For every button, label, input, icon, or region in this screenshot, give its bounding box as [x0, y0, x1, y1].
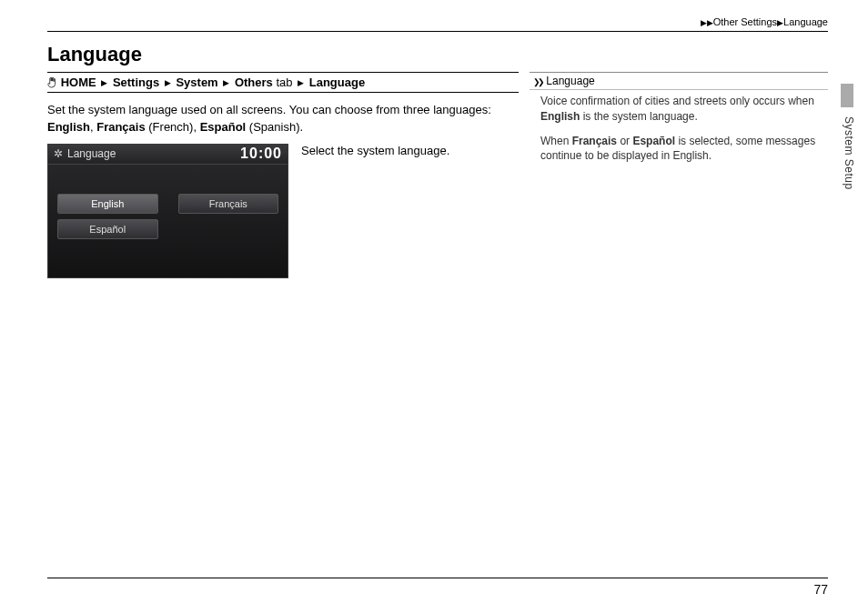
main-column: HOME ▶ Settings ▶ System ▶ Others tab ▶ …	[47, 72, 530, 278]
breadcrumb-item: Language	[783, 16, 828, 27]
language-option-english[interactable]: English	[57, 194, 158, 214]
page-number: 77	[813, 582, 828, 597]
triangle-icon: ▶	[101, 78, 107, 87]
nav-tab-word: tab	[273, 75, 296, 89]
triangle-icon: ▶	[165, 78, 171, 87]
section-label: System Setup	[843, 116, 855, 190]
instruction-text: Select the system language.	[301, 144, 449, 278]
intro-line1: Set the system language used on all scre…	[47, 103, 491, 116]
lang-english: English	[47, 120, 90, 134]
footer-divider	[47, 578, 828, 578]
sidebar-section: ❯❯ Language Voice confirmation of cities…	[530, 72, 828, 164]
nav-settings: Settings	[113, 75, 159, 89]
sidebar-body: Voice confirmation of cities and streets…	[530, 89, 828, 164]
sidebar-heading: ❯❯ Language	[530, 73, 828, 87]
page-title: Language	[47, 43, 828, 66]
triangle-icon: ▶	[298, 78, 304, 87]
sidebar-column: ❯❯ Language Voice confirmation of cities…	[530, 72, 828, 278]
nav-system: System	[176, 75, 217, 89]
navigation-path: HOME ▶ Settings ▶ System ▶ Others tab ▶ …	[47, 72, 519, 93]
header-breadcrumb: ▶▶Other Settings▶Language	[47, 16, 828, 27]
section-tab-marker	[841, 84, 853, 107]
triangle-icon: ▶▶	[701, 18, 713, 27]
nav-language: Language	[309, 75, 365, 89]
device-screenshot: ✲ Language 10:00 English Français Españo…	[47, 144, 288, 278]
language-option-espanol[interactable]: Español	[57, 219, 158, 239]
device-clock: 10:00	[240, 146, 282, 162]
device-title: Language	[67, 147, 116, 160]
header-divider	[47, 31, 828, 32]
intro-text: Set the system language used on all scre…	[47, 102, 519, 136]
gear-icon: ✲	[54, 147, 63, 160]
nav-home: HOME	[61, 75, 96, 89]
language-option-francais[interactable]: Français	[178, 194, 279, 214]
nav-others: Others	[235, 75, 273, 89]
lang-francais: Français	[96, 120, 145, 134]
hand-icon	[47, 76, 57, 88]
device-titlebar: ✲ Language 10:00	[48, 145, 288, 165]
sidebar-note-1: Voice confirmation of cities and streets…	[540, 94, 817, 125]
triangle-icon: ▶	[223, 78, 229, 87]
sidebar-note-2: When Français or Español is selected, so…	[540, 134, 817, 165]
breadcrumb-item: Other Settings	[713, 16, 777, 27]
double-chevron-icon: ❯❯	[533, 77, 542, 86]
lang-espanol: Español	[200, 120, 247, 134]
sidebar-heading-text: Language	[546, 75, 594, 87]
triangle-icon: ▶	[777, 18, 783, 27]
